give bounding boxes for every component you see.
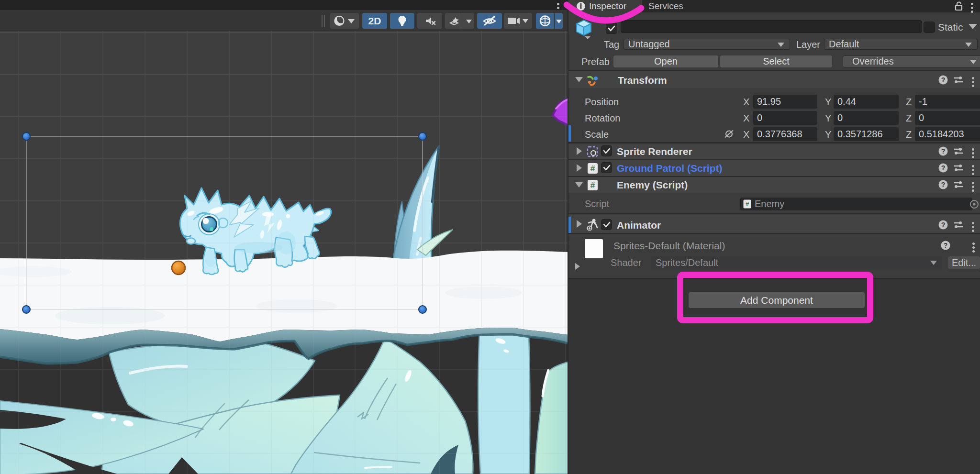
svg-text:#: # [590, 181, 595, 190]
svg-text:?: ? [941, 76, 946, 84]
svg-text:?: ? [941, 181, 946, 188]
svg-text:?: ? [944, 242, 948, 249]
svg-text:#: # [590, 164, 595, 173]
svg-text:?: ? [941, 147, 946, 155]
svg-text:?: ? [941, 164, 946, 172]
svg-text:#: # [746, 200, 749, 208]
svg-text:?: ? [941, 221, 946, 229]
